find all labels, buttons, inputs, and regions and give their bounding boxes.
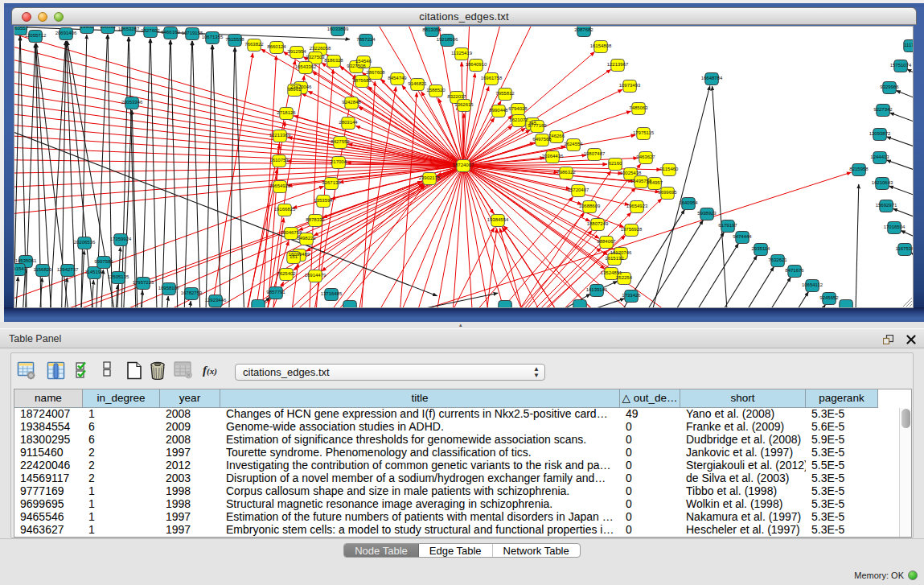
svg-text:2935114: 2935114 — [752, 246, 771, 251]
svg-text:217004: 217004 — [331, 159, 347, 164]
svg-text:11325419: 11325419 — [451, 51, 473, 56]
svg-text:16543362: 16543362 — [295, 64, 317, 69]
svg-text:1640954: 1640954 — [679, 200, 698, 205]
svg-text:11172: 11172 — [904, 43, 913, 47]
svg-text:391541: 391541 — [14, 266, 27, 271]
svg-text:15751074: 15751074 — [890, 63, 912, 68]
svg-text:9699695: 9699695 — [658, 190, 677, 195]
svg-text:62160: 62160 — [609, 161, 622, 166]
svg-text:20053346: 20053346 — [121, 100, 143, 105]
svg-text:17975115: 17975115 — [633, 130, 655, 135]
svg-text:7663822: 7663822 — [244, 42, 264, 47]
svg-text:23226058: 23226058 — [310, 46, 331, 51]
svg-text:9245652: 9245652 — [819, 295, 839, 300]
svg-text:12213967: 12213967 — [607, 62, 629, 67]
svg-text:18640910: 18640910 — [466, 62, 487, 67]
svg-text:10654112: 10654112 — [802, 282, 823, 287]
svg-text:20206536: 20206536 — [74, 240, 96, 245]
svg-text:16782759: 16782759 — [181, 290, 203, 295]
svg-text:6466160: 6466160 — [161, 30, 180, 35]
svg-text:7857224: 7857224 — [356, 37, 376, 42]
svg-text:1615132: 1615132 — [605, 256, 624, 261]
svg-text:16154808: 16154808 — [590, 43, 612, 48]
svg-text:9146821: 9146821 — [408, 81, 427, 86]
svg-text:10046758: 10046758 — [281, 230, 302, 235]
svg-text:19982: 19982 — [80, 27, 94, 29]
svg-text:151: 151 — [290, 254, 298, 259]
svg-text:16033809: 16033809 — [327, 27, 349, 31]
svg-text:17016504: 17016504 — [884, 225, 906, 229]
svg-text:5498222: 5498222 — [297, 236, 316, 241]
svg-text:12055712: 12055712 — [25, 33, 47, 38]
svg-text:9227342: 9227342 — [873, 107, 893, 112]
svg-text:3267130: 3267130 — [322, 180, 341, 185]
svg-text:9329966: 9329966 — [880, 84, 899, 89]
svg-text:8454749: 8454749 — [388, 76, 407, 80]
svg-text:9997586: 9997586 — [94, 259, 113, 264]
svg-text:17359924: 17359924 — [110, 237, 132, 241]
svg-text:8186328: 8186328 — [324, 58, 343, 63]
svg-text:9777169: 9777169 — [528, 123, 547, 128]
svg-text:7625402: 7625402 — [277, 271, 296, 276]
svg-text:19756928: 19756928 — [621, 227, 643, 232]
svg-text:8427552: 8427552 — [331, 139, 350, 144]
svg-text:16914479: 16914479 — [305, 273, 326, 278]
svg-text:10958107: 10958107 — [158, 286, 180, 290]
svg-text:12923446: 12923446 — [205, 298, 227, 303]
svg-text:18724007: 18724007 — [453, 163, 474, 167]
svg-text:10671355: 10671355 — [202, 35, 224, 39]
svg-text:19654925: 19654925 — [269, 183, 291, 188]
svg-text:19384554: 19384554 — [487, 217, 509, 222]
svg-text:6794028: 6794028 — [508, 106, 528, 111]
svg-text:12942737: 12942737 — [57, 267, 79, 272]
svg-text:160557: 160557 — [14, 27, 29, 31]
svg-text:1527602: 1527602 — [141, 28, 160, 33]
svg-text:1156829: 1156829 — [34, 267, 53, 272]
svg-text:10653287: 10653287 — [118, 27, 140, 31]
svg-text:2867608: 2867608 — [366, 70, 385, 75]
svg-text:9115460: 9115460 — [660, 167, 680, 171]
svg-text:16648784: 16648784 — [701, 76, 723, 80]
svg-text:2087682: 2087682 — [574, 27, 593, 32]
svg-text:3912954: 3912954 — [287, 49, 306, 54]
svg-text:746266: 746266 — [548, 134, 565, 138]
svg-text:1167534: 1167534 — [896, 246, 913, 251]
svg-text:7955812: 7955812 — [495, 91, 515, 96]
svg-text:18807249: 18807249 — [587, 221, 609, 226]
svg-text:10973493: 10973493 — [619, 83, 641, 88]
svg-text:252254: 252254 — [616, 275, 633, 280]
svg-text:20691406: 20691406 — [55, 31, 77, 35]
svg-text:7485063: 7485063 — [629, 105, 648, 110]
svg-text:1733426: 1733426 — [622, 293, 641, 298]
svg-text:8813054: 8813054 — [422, 27, 441, 32]
svg-text:10807487: 10807487 — [584, 151, 606, 156]
svg-text:17957225: 17957225 — [133, 280, 154, 285]
svg-text:8471676: 8471676 — [785, 268, 804, 273]
svg-text:7515538: 7515538 — [225, 37, 244, 42]
svg-text:15720407: 15720407 — [568, 187, 589, 192]
svg-text:8990448: 8990448 — [489, 108, 508, 113]
svg-text:1621072: 1621072 — [509, 117, 528, 122]
svg-text:1362615: 1362615 — [454, 102, 474, 107]
svg-text:8660124: 8660124 — [267, 44, 286, 49]
svg-text:1610753: 1610753 — [269, 158, 289, 163]
svg-text:15692971: 15692971 — [876, 203, 897, 208]
svg-text:9327503: 9327503 — [306, 55, 325, 60]
svg-text:5938923: 5938923 — [697, 211, 717, 216]
svg-text:106532: 106532 — [100, 27, 117, 29]
svg-text:16210643: 16210643 — [872, 180, 893, 185]
svg-text:8322037: 8322037 — [447, 94, 466, 99]
svg-text:13716485: 13716485 — [321, 291, 343, 296]
svg-text:19166825: 19166825 — [274, 207, 296, 212]
svg-text:10719155: 10719155 — [182, 31, 203, 35]
svg-text:2803144: 2803144 — [339, 120, 358, 125]
svg-text:1145194: 1145194 — [85, 270, 105, 274]
svg-text:1353594: 1353594 — [314, 198, 333, 203]
svg-text:14535061: 14535061 — [15, 258, 37, 263]
svg-text:1244413: 1244413 — [870, 154, 889, 159]
svg-text:9463627: 9463627 — [636, 154, 655, 159]
svg-text:19654923: 19654923 — [626, 204, 648, 208]
svg-text:12093872: 12093872 — [869, 131, 891, 136]
svg-text:8215958: 8215958 — [849, 167, 869, 171]
svg-text:7986322: 7986322 — [556, 170, 576, 175]
